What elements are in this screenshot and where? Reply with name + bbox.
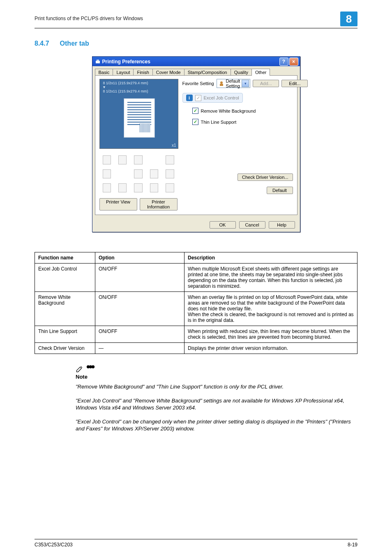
cell-desc: When an overlay file is printed on top o… [184, 292, 357, 326]
cell-op: ON/OFF [95, 326, 184, 343]
svg-point-2 [220, 81, 223, 84]
feature-icon [166, 169, 174, 178]
thin-line-support-checkbox[interactable]: ✓ [192, 119, 198, 125]
printer-information-button[interactable]: Printer Information [140, 198, 178, 210]
tab-quality[interactable]: Quality [231, 69, 252, 76]
cell-op: ON/OFF [95, 264, 184, 292]
table-row: Excel Job Control ON/OFF When multiple M… [35, 264, 357, 292]
preview-zoom-badge: x1 [172, 143, 176, 148]
tab-stamp-composition[interactable]: Stamp/Composition [184, 69, 231, 76]
cell-desc: When printing with reduced size, thin li… [184, 326, 357, 343]
titlebar-help-button[interactable]: ? [279, 58, 288, 66]
feature-icon-grid [99, 153, 178, 195]
feature-icon [150, 183, 158, 192]
cell-desc: Displays the printer driver version info… [184, 343, 357, 354]
table-row: Remove White Background ON/OFF When an o… [35, 292, 357, 326]
person-icon [219, 81, 224, 86]
favorite-add-button[interactable]: Add... [253, 80, 279, 87]
note-paragraph: "Excel Job Control" and "Remove White Ba… [76, 397, 355, 412]
feature-icon [103, 169, 111, 178]
breadcrumb: Print functions of the PCL/PS drivers fo… [35, 12, 143, 21]
dialog-titlebar: Printing Preferences ? × [92, 57, 300, 66]
cell-op: ON/OFF [95, 292, 184, 326]
note-paragraph: "Excel Job Control" can be changed only … [76, 418, 355, 432]
help-button[interactable]: Help [269, 221, 295, 229]
note-dots-icon: ••• [85, 360, 93, 373]
check-driver-version-button[interactable]: Check Driver Version... [238, 173, 293, 181]
footer-model: C353/C253/C203 [35, 542, 73, 548]
printer-icon [95, 59, 101, 65]
dialog-title: Printing Preferences [102, 59, 279, 65]
feature-icon [103, 155, 111, 164]
table-header-function: Function name [35, 252, 95, 264]
svg-rect-1 [97, 60, 99, 61]
favorite-setting-label: Favorite Setting [182, 81, 214, 86]
titlebar-close-button[interactable]: × [289, 58, 298, 66]
table-row: Check Driver Version — Displays the prin… [35, 343, 357, 354]
svg-rect-3 [220, 84, 223, 86]
cell-op: — [95, 343, 184, 354]
tab-other[interactable]: Other [251, 69, 270, 76]
tab-basic[interactable]: Basic [95, 69, 113, 76]
tab-cover-mode[interactable]: Cover Mode [152, 69, 184, 76]
tab-layout[interactable]: Layout [113, 69, 134, 76]
table-header-description: Description [184, 252, 357, 264]
feature-icon [166, 155, 174, 164]
preview-size-output: 8 1/2x11 (215.9x279.4 mm) [100, 89, 178, 94]
cell-fn: Thin Line Support [35, 326, 95, 343]
cell-fn: Check Driver Version [35, 343, 95, 354]
info-icon: i [186, 95, 193, 101]
feature-icon [118, 183, 127, 192]
printer-view-button[interactable]: Printer View [99, 198, 137, 210]
note-paragraph: "Remove White Background" and "Thin Line… [76, 383, 355, 391]
feature-icon [118, 155, 127, 164]
dialog-tabbar: Basic Layout Finish Cover Mode Stamp/Com… [92, 66, 300, 76]
section-number: 8.4.7 [35, 40, 49, 47]
pencil-icon [76, 365, 84, 373]
favorite-setting-value: Default Setting [226, 79, 240, 88]
ok-button[interactable]: OK [210, 221, 236, 229]
chevron-down-icon: ▾ [242, 80, 249, 87]
excel-job-control-checkbox[interactable]: ✓ [195, 95, 201, 101]
favorite-setting-select[interactable]: Default Setting ▾ [217, 79, 251, 88]
tab-finish[interactable]: Finish [133, 69, 152, 76]
feature-icon [166, 183, 174, 192]
cell-desc: When multiple Microsoft Excel sheets wit… [184, 264, 357, 292]
remove-white-background-label: Remove White Background [201, 109, 256, 113]
cell-fn: Remove White Background [35, 292, 95, 326]
excel-job-control-label: Excel Job Control [204, 95, 239, 100]
down-arrow-icon: ▾ [100, 86, 178, 89]
page-preview: 8 1/2x11 (215.9x279.4 mm) ▾ 8 1/2x11 (21… [99, 79, 178, 149]
feature-icon [150, 169, 158, 178]
feature-icon [134, 155, 142, 164]
favorite-edit-button[interactable]: Edit... [281, 80, 308, 87]
note-title: Note [76, 374, 355, 380]
feature-icon [134, 169, 142, 178]
cell-fn: Excel Job Control [35, 264, 95, 292]
note-block: ••• Note "Remove White Background" and "… [76, 365, 355, 432]
remove-white-background-checkbox[interactable]: ✓ [192, 108, 198, 114]
preview-size-original: 8 1/2x11 (215.9x279.4 mm) [100, 79, 178, 86]
excel-job-control-group: i ✓ Excel Job Control [182, 93, 243, 103]
printing-preferences-dialog: Printing Preferences ? × Basic Layout Fi… [92, 56, 300, 232]
cancel-button[interactable]: Cancel [239, 221, 265, 229]
chapter-badge: 8 [340, 12, 357, 26]
function-table: Function name Option Description Excel J… [35, 252, 357, 354]
thin-line-support-label: Thin Line Support [201, 120, 237, 125]
section-title: Other tab [60, 40, 89, 47]
default-button[interactable]: Default [267, 187, 293, 194]
table-row: Thin Line Support ON/OFF When printing w… [35, 326, 357, 343]
table-header-option: Option [95, 252, 184, 264]
footer-page-number: 8-19 [348, 542, 357, 548]
feature-icon [134, 183, 142, 192]
feature-icon [103, 183, 111, 192]
